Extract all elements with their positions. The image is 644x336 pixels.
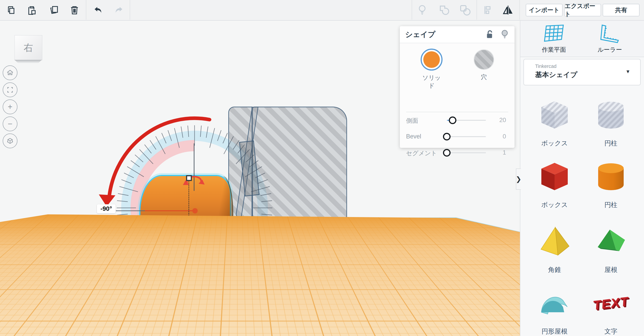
perspective-toggle-button[interactable] — [3, 133, 18, 148]
library-kicker: Tinkercad — [535, 63, 556, 69]
paste-icon — [26, 5, 37, 15]
slider-knob-sides[interactable] — [449, 116, 456, 124]
hole-swatch — [474, 49, 494, 70]
ruler-tool[interactable]: ルーラー — [588, 24, 632, 54]
shape-inspector-panel: シェイプ ソリッド 穴 側面 20 Bevel — [400, 26, 514, 148]
solid-option[interactable]: ソリッド — [420, 49, 443, 90]
undo-arrow-icon — [92, 5, 103, 16]
shape-tile-pyramid[interactable]: 角錐 — [526, 221, 582, 277]
redo-arrow-icon — [114, 5, 124, 16]
rotate-handle[interactable] — [152, 247, 155, 251]
panel-title: シェイプ — [405, 30, 485, 40]
copy-button[interactable] — [4, 3, 18, 17]
view-cube-face-label: 右 — [24, 42, 33, 54]
unlock-icon[interactable] — [485, 29, 494, 40]
paste-button[interactable] — [24, 3, 39, 17]
slider-track[interactable] — [446, 152, 486, 153]
edit-grid-button[interactable]: グリッドを編集 — [476, 307, 515, 316]
ungroup-button[interactable] — [458, 3, 472, 17]
delete-button[interactable] — [67, 3, 82, 17]
scale-handle[interactable] — [140, 254, 145, 260]
shape-tile-round-roof[interactable]: 円形屋根 — [526, 282, 582, 336]
scale-handle[interactable] — [224, 240, 230, 246]
fit-view-icon — [6, 86, 14, 93]
shape-tile-cylinder-orange[interactable]: 円柱 — [583, 156, 639, 212]
plus-icon: + — [8, 103, 12, 111]
group-button[interactable] — [437, 3, 452, 17]
round-roof-icon — [537, 286, 572, 320]
export-button[interactable]: エクスポート — [564, 4, 601, 16]
ruler-icon — [598, 24, 621, 43]
shape-tile-label: 屋根 — [583, 265, 639, 274]
hole-option-label: 穴 — [473, 73, 495, 81]
slider-label-bevel: Bevel — [406, 133, 421, 140]
trash-icon — [69, 5, 80, 15]
workplane-icon — [543, 24, 565, 43]
rotation-angle-label: -90° — [97, 204, 116, 213]
chevron-right-icon: ❯ — [516, 175, 521, 183]
cylinder-orange-icon — [593, 160, 629, 193]
solid-option-label: ソリッド — [420, 74, 443, 90]
copy-icon — [6, 5, 16, 15]
import-button[interactable]: インポート — [526, 4, 562, 16]
snap-grid-select[interactable]: 1.0 mm ▲ — [484, 320, 516, 330]
slider-track[interactable] — [446, 136, 486, 137]
edge-handle[interactable] — [193, 241, 197, 245]
slider-value-bevel: 0 — [503, 133, 506, 140]
text-shape-icon: TEXT — [593, 294, 629, 313]
slider-value-sides: 20 — [499, 117, 506, 124]
align-button[interactable] — [481, 3, 495, 17]
duplicate-icon — [48, 5, 59, 16]
shape-tile-cylinder-hole[interactable]: 円柱 — [583, 94, 639, 150]
scale-handle[interactable] — [186, 175, 192, 181]
home-view-button[interactable] — [3, 65, 18, 80]
ruler-tool-label: ルーラー — [588, 46, 632, 54]
snap-grid-label: グリッドにスナップ — [400, 321, 481, 329]
mirror-button[interactable] — [501, 3, 515, 17]
shape-library-sidebar: ❯ 作業平面 ルーラー Tinkercad 基本シェイプ ▼ — [520, 20, 644, 336]
slider-label-sides: 側面 — [406, 117, 418, 125]
undo-button[interactable] — [90, 3, 105, 17]
panel-divider — [406, 112, 508, 112]
workplane-tool[interactable]: 作業平面 — [532, 24, 576, 54]
slider-label-segments: セグメント — [406, 149, 437, 157]
shape-tile-box-hole[interactable]: ボックス — [526, 94, 582, 150]
perspective-cube-icon — [6, 137, 14, 145]
zoom-in-button[interactable]: + — [3, 99, 18, 114]
shape-tile-label: 円柱 — [583, 201, 639, 210]
zoom-out-button[interactable]: − — [3, 116, 18, 131]
redo-button[interactable] — [112, 3, 126, 17]
shape-tile-roof[interactable]: 屋根 — [583, 221, 639, 277]
shape-tile-text[interactable]: TEXT 文字 — [583, 282, 639, 336]
shape-tile-label: 角錐 — [526, 265, 582, 274]
slider-value-segments: 1 — [503, 149, 506, 156]
light-toggle-button[interactable] — [415, 3, 429, 17]
fit-view-button[interactable] — [3, 82, 18, 97]
shape-tile-label: ボックス — [526, 139, 582, 148]
duplicate-button[interactable] — [47, 3, 61, 17]
top-toolbar: インポート エクスポート 共有 — [0, 0, 644, 21]
view-cube[interactable]: 右 — [14, 35, 42, 60]
solid-color-swatch — [423, 51, 440, 68]
mirror-flip-icon — [502, 5, 514, 16]
cylinder-hole-icon — [593, 98, 629, 132]
share-button[interactable]: 共有 — [603, 4, 640, 16]
align-icon — [483, 5, 493, 15]
pyramid-icon — [537, 225, 572, 258]
slider-knob-bevel[interactable] — [443, 133, 450, 140]
hole-option[interactable]: 穴 — [473, 49, 495, 81]
rotate-handle[interactable] — [222, 248, 226, 251]
view-cube-shadow — [14, 60, 42, 63]
group-icon — [438, 4, 450, 16]
sidebar-collapse-button[interactable]: ❯ — [516, 169, 521, 190]
shape-tile-box-red[interactable]: ボックス — [526, 156, 582, 212]
scale-handle[interactable] — [218, 254, 224, 260]
light-bulb-icon[interactable] — [500, 29, 509, 40]
home-icon — [6, 69, 14, 77]
shape-tile-label: 円形屋根 — [526, 327, 582, 336]
library-name: 基本シェイプ — [535, 70, 577, 80]
slider-knob-segments[interactable] — [443, 149, 450, 156]
edge-handle[interactable] — [180, 255, 184, 259]
scale-handle[interactable] — [160, 240, 165, 246]
library-dropdown[interactable]: Tinkercad 基本シェイプ ▼ — [524, 59, 641, 85]
